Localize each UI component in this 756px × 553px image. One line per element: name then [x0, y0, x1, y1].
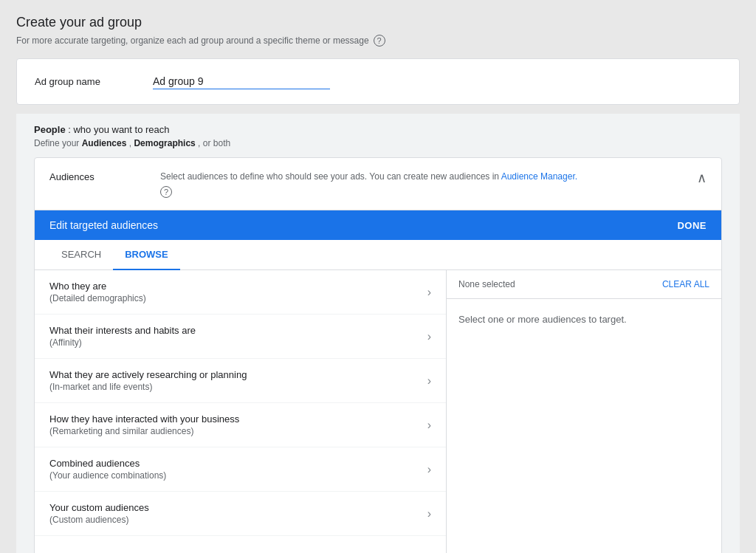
none-selected-label: None selected: [458, 279, 515, 289]
chevron-right-icon-0: ›: [427, 286, 431, 299]
browse-item-0-title: Who they are: [49, 281, 146, 292]
chevron-right-icon-3: ›: [427, 419, 431, 432]
browse-item-0-content: Who they are (Detailed demographics): [49, 281, 146, 303]
page-title: Create your ad group: [16, 15, 740, 30]
people-title-bold: People: [34, 124, 66, 135]
edit-panel-title: Edit targeted audiences: [49, 219, 158, 231]
browse-item-4[interactable]: Combined audiences (Your audience combin…: [35, 447, 446, 492]
audience-manager-link[interactable]: Audience Manager.: [501, 171, 577, 182]
done-button[interactable]: DONE: [677, 220, 707, 231]
audiences-label: Audiences: [49, 170, 145, 182]
browse-item-2[interactable]: What they are actively researching or pl…: [35, 359, 446, 403]
people-title-suffix: : who you want to reach: [68, 124, 169, 135]
chevron-right-icon-2: ›: [427, 374, 431, 388]
browse-item-1-subtitle: (Affinity): [49, 337, 196, 348]
page-help-icon[interactable]: ?: [374, 35, 385, 47]
browse-item-3-title: How they have interacted with your busin…: [49, 413, 239, 425]
browse-item-3-subtitle: (Remarketing and similar audiences): [49, 426, 239, 436]
select-prompt: Select one or more audiences to target.: [447, 299, 721, 340]
chevron-right-icon-5: ›: [427, 507, 431, 521]
left-panel: Who they are (Detailed demographics) › W…: [35, 270, 447, 553]
browse-item-4-subtitle: (Your audience combinations): [49, 470, 166, 481]
tabs-row: SEARCH BROWSE: [35, 240, 721, 270]
people-subtitle-suffix: , or both: [198, 138, 230, 148]
audiences-card: Audiences Select audiences to define who…: [34, 157, 722, 553]
audiences-desc-prefix: Select audiences to define who should se…: [160, 171, 501, 182]
right-panel: None selected CLEAR ALL Select one or mo…: [447, 270, 721, 553]
audiences-header-row: Audiences Select audiences to define who…: [35, 158, 721, 210]
page-subtitle-text: For more accurate targeting, organize ea…: [16, 35, 369, 46]
edit-panel-header: Edit targeted audiences DONE: [35, 210, 721, 240]
people-section: People : who you want to reach Define yo…: [16, 114, 740, 553]
audiences-description: Select audiences to define who should se…: [160, 170, 577, 183]
page-subtitle: For more accurate targeting, organize ea…: [16, 35, 740, 47]
people-subtitle: Define your Audiences , Demographics , o…: [34, 138, 722, 148]
chevron-right-icon-1: ›: [427, 330, 431, 343]
browse-item-1-title: What their interests and habits are: [49, 325, 196, 336]
ad-group-name-row: Ad group name: [35, 74, 721, 89]
browse-item-2-content: What they are actively researching or pl…: [49, 369, 247, 392]
browse-item-4-title: Combined audiences: [49, 458, 166, 469]
people-demographics-link[interactable]: Demographics: [134, 138, 195, 148]
browse-item-4-content: Combined audiences (Your audience combin…: [49, 458, 166, 481]
browse-item-3[interactable]: How they have interacted with your busin…: [35, 403, 446, 447]
browse-item-5[interactable]: Your custom audiences (Custom audiences)…: [35, 492, 446, 536]
tab-search-label: SEARCH: [61, 249, 101, 260]
browse-item-3-content: How they have interacted with your busin…: [49, 413, 239, 436]
audiences-help-icon[interactable]: ?: [160, 186, 172, 198]
two-panel: Who they are (Detailed demographics) › W…: [35, 270, 721, 553]
chevron-right-icon-4: ›: [427, 463, 431, 476]
tab-browse[interactable]: BROWSE: [113, 240, 180, 270]
page-container: Create your ad group For more accurate t…: [16, 15, 740, 553]
clear-all-button[interactable]: CLEAR ALL: [662, 279, 709, 289]
audiences-description-block: Select audiences to define who should se…: [160, 170, 577, 198]
audiences-help-row: ?: [160, 186, 577, 198]
ad-group-name-label: Ad group name: [35, 76, 123, 87]
browse-item-2-title: What they are actively researching or pl…: [49, 369, 247, 380]
right-panel-header: None selected CLEAR ALL: [447, 270, 721, 299]
tab-search[interactable]: SEARCH: [49, 240, 113, 270]
browse-item-0[interactable]: Who they are (Detailed demographics) ›: [35, 270, 446, 315]
people-audiences-link[interactable]: Audiences: [82, 138, 127, 148]
people-title: People : who you want to reach: [34, 124, 722, 135]
browse-item-1[interactable]: What their interests and habits are (Aff…: [35, 315, 446, 359]
ad-group-name-input[interactable]: [153, 74, 330, 89]
collapse-icon[interactable]: ∧: [697, 170, 707, 186]
browse-item-5-content: Your custom audiences (Custom audiences): [49, 502, 149, 525]
tab-browse-label: BROWSE: [125, 249, 168, 260]
edit-panel: Edit targeted audiences DONE SEARCH BROW…: [35, 210, 721, 553]
browse-item-1-content: What their interests and habits are (Aff…: [49, 325, 196, 348]
people-subtitle-prefix: Define your: [34, 138, 82, 148]
browse-item-5-subtitle: (Custom audiences): [49, 515, 149, 525]
browse-item-2-subtitle: (In-market and life events): [49, 382, 247, 392]
browse-item-0-subtitle: (Detailed demographics): [49, 293, 146, 303]
ad-group-name-card: Ad group name: [16, 58, 740, 105]
browse-item-5-title: Your custom audiences: [49, 502, 149, 513]
